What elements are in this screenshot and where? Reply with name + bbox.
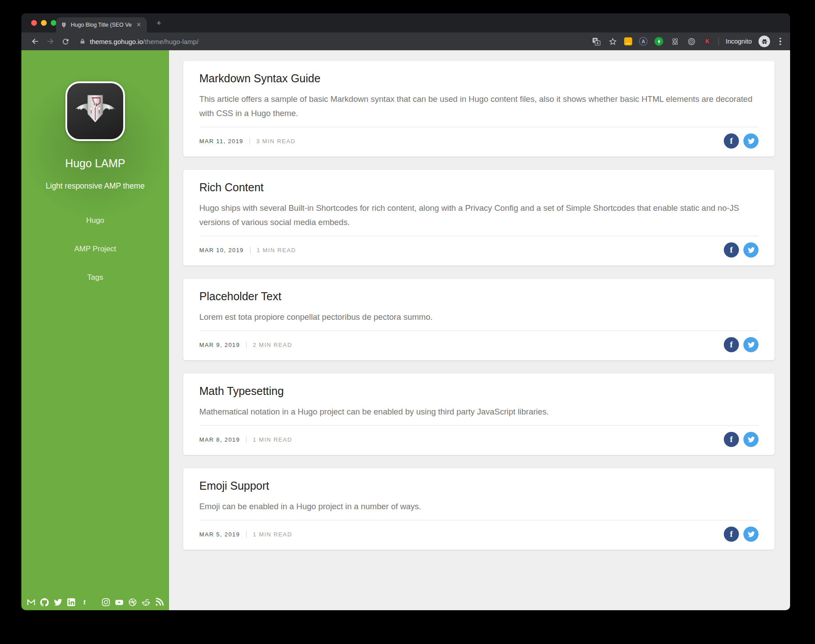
url-text: themes.gohugo.io/theme/hugo-lamp/ (90, 38, 198, 45)
incognito-label: Incognito (726, 38, 752, 45)
post-read-time: 1 MIN READ (253, 531, 292, 538)
post-footer: MAR 8, 2019 1 MIN READ f (199, 425, 759, 447)
reddit-icon[interactable] (141, 598, 150, 607)
sidebar-nav: Hugo AMP Project Tags (21, 209, 169, 289)
post-date: MAR 8, 2019 (199, 436, 240, 443)
forward-button[interactable] (43, 35, 58, 48)
site-logo[interactable] (65, 81, 125, 141)
youtube-icon[interactable] (115, 598, 124, 607)
github-icon[interactable] (40, 598, 49, 607)
post-meta: MAR 11, 2019 3 MIN READ (199, 138, 295, 145)
post-footer: MAR 5, 2019 1 MIN READ f (199, 520, 759, 542)
url-path: /theme/hugo-lamp/ (143, 38, 198, 45)
twitter-share-button[interactable] (743, 527, 759, 542)
post-title[interactable]: Placeholder Text (199, 290, 759, 303)
post-footer: MAR 10, 2019 1 MIN READ f (199, 236, 759, 258)
nav-item-amp-project[interactable]: AMP Project (21, 238, 169, 260)
window-controls (31, 20, 56, 26)
twitter-icon[interactable] (53, 598, 62, 607)
extension-bullseye-icon[interactable] (686, 36, 696, 46)
extension-a-icon[interactable]: A (639, 37, 648, 46)
close-window-button[interactable] (31, 20, 37, 26)
post-title[interactable]: Math Typesetting (199, 384, 759, 398)
post-meta: MAR 10, 2019 1 MIN READ (199, 247, 296, 254)
share-buttons: f (724, 432, 759, 447)
post-meta: MAR 9, 2019 2 MIN READ (199, 342, 292, 348)
facebook-share-button[interactable]: f (724, 242, 739, 258)
post-title[interactable]: Markdown Syntax Guide (199, 72, 759, 85)
post-footer: MAR 11, 2019 3 MIN READ f (199, 127, 759, 149)
email-icon[interactable] (27, 598, 36, 607)
nav-item-hugo[interactable]: Hugo (21, 209, 169, 232)
extension-amp-bolt-icon[interactable] (654, 37, 663, 46)
post-date: MAR 10, 2019 (199, 247, 244, 254)
twitter-share-button[interactable] (743, 432, 759, 447)
lock-icon (79, 38, 86, 45)
post-excerpt: Mathematical notation in a Hugo project … (199, 405, 759, 419)
post-excerpt: Emoji can be enabled in a Hugo project i… (199, 499, 759, 514)
meta-divider (250, 247, 250, 254)
nav-item-tags[interactable]: Tags (21, 266, 169, 289)
facebook-share-button[interactable]: f (724, 337, 739, 352)
bookmark-star-icon[interactable] (608, 36, 617, 46)
post-card: Placeholder Text Lorem est tota propiore… (183, 279, 775, 360)
post-card: Math Typesetting Mathematical notation i… (183, 374, 775, 455)
extension-atom-icon[interactable] (670, 36, 680, 46)
twitter-share-button[interactable] (743, 242, 759, 258)
post-card: Rich Content Hugo ships with several Bui… (183, 170, 775, 266)
share-buttons: f (724, 527, 759, 542)
post-read-time: 1 MIN READ (253, 436, 292, 443)
meta-divider (246, 436, 246, 443)
post-footer: MAR 9, 2019 2 MIN READ f (199, 330, 759, 352)
post-title[interactable]: Emoji Support (199, 479, 759, 492)
page-body: Hugo LAMP Light responsive AMP theme Hug… (21, 50, 790, 610)
toolbar-actions: A K Incognito (591, 36, 784, 47)
instagram-icon[interactable] (101, 598, 110, 607)
site-tagline: Light responsive AMP theme (21, 181, 169, 191)
post-excerpt: Lorem est tota propiore conpellat pector… (199, 310, 759, 324)
tab-title: Hugo Blog Title (SEO Version) (71, 22, 132, 28)
twitter-share-button[interactable] (743, 133, 759, 149)
meta-divider (250, 138, 250, 145)
post-card: Markdown Syntax Guide This article offer… (183, 61, 775, 157)
tab-strip: Hugo Blog Title (SEO Version) (21, 13, 790, 32)
tab-close-icon[interactable] (135, 21, 142, 28)
extension-k-icon[interactable]: K (703, 37, 712, 46)
post-feed: Markdown Syntax Guide This article offer… (169, 50, 790, 610)
linkedin-icon[interactable] (67, 598, 76, 607)
browser-tab[interactable]: Hugo Blog Title (SEO Version) (56, 17, 147, 32)
twitter-share-button[interactable] (743, 337, 759, 352)
post-read-time: 1 MIN READ (257, 247, 296, 254)
extension-yellow-icon[interactable] (624, 37, 632, 45)
site-title[interactable]: Hugo LAMP (21, 157, 169, 170)
dribbble-icon[interactable] (128, 598, 137, 607)
meta-divider (246, 531, 246, 538)
facebook-icon[interactable]: f (80, 598, 89, 607)
back-button[interactable] (28, 35, 43, 48)
translate-icon[interactable] (591, 36, 601, 46)
post-date: MAR 11, 2019 (199, 138, 243, 145)
browser-menu-icon[interactable] (777, 38, 784, 45)
new-tab-button[interactable] (153, 17, 165, 29)
url-host: themes.gohugo.io (90, 38, 143, 45)
rss-icon[interactable] (155, 598, 164, 607)
post-read-time: 2 MIN READ (253, 342, 292, 348)
facebook-share-button[interactable]: f (724, 432, 739, 447)
post-date: MAR 9, 2019 (199, 342, 240, 348)
facebook-share-button[interactable]: f (724, 527, 739, 542)
facebook-share-button[interactable]: f (724, 133, 739, 149)
post-excerpt: Hugo ships with several Built-in Shortco… (199, 201, 759, 229)
reload-button[interactable] (58, 35, 73, 48)
post-date: MAR 5, 2019 (199, 531, 240, 538)
address-bar[interactable]: themes.gohugo.io/theme/hugo-lamp/ (79, 38, 586, 45)
toolbar-separator (718, 37, 719, 45)
share-buttons: f (724, 337, 759, 352)
browser-toolbar: themes.gohugo.io/theme/hugo-lamp/ A (21, 32, 790, 50)
tab-favicon (61, 22, 67, 28)
share-buttons: f (724, 133, 759, 149)
post-card: Emoji Support Emoji can be enabled in a … (183, 468, 775, 550)
post-excerpt: This article offers a sample of basic Ma… (199, 92, 759, 121)
browser-window: Hugo Blog Title (SEO Version) themes.goh… (21, 13, 790, 610)
minimize-window-button[interactable] (41, 20, 47, 26)
post-title[interactable]: Rich Content (199, 181, 759, 194)
